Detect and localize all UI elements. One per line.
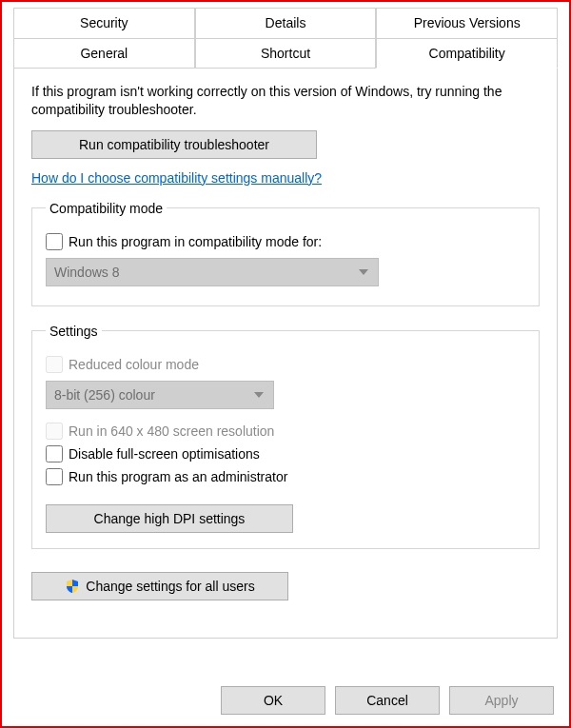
chevron-down-icon: [254, 392, 264, 398]
reduced-colour-checkbox: [46, 356, 63, 373]
disable-fullscreen-row[interactable]: Disable full-screen optimisations: [46, 445, 525, 462]
compatibility-panel: If this program isn't working correctly …: [13, 68, 558, 639]
dialog-button-bar: OK Cancel Apply: [221, 686, 554, 715]
tab-details[interactable]: Details: [195, 8, 377, 38]
settings-legend: Settings: [46, 324, 102, 339]
compat-mode-checkbox[interactable]: [46, 233, 63, 250]
cancel-button[interactable]: Cancel: [335, 686, 440, 715]
help-link[interactable]: How do I choose compatibility settings m…: [31, 170, 322, 186]
tab-compatibility[interactable]: Compatibility: [376, 38, 558, 69]
run-as-admin-row[interactable]: Run this program as an administrator: [46, 468, 525, 485]
run-as-admin-checkbox[interactable]: [46, 468, 63, 485]
tab-previous-versions[interactable]: Previous Versions: [376, 8, 558, 38]
tab-general[interactable]: General: [13, 38, 195, 69]
run-as-admin-label: Run this program as an administrator: [69, 469, 287, 484]
apply-button: Apply: [449, 686, 554, 715]
low-res-checkbox: [46, 423, 63, 440]
compat-mode-dropdown[interactable]: Windows 8: [46, 258, 379, 286]
low-res-label: Run in 640 x 480 screen resolution: [69, 423, 274, 439]
compat-mode-dropdown-value: Windows 8: [54, 265, 119, 280]
compat-mode-checkbox-label: Run this program in compatibility mode f…: [69, 234, 322, 249]
reduced-colour-row: Reduced colour mode: [46, 356, 525, 373]
reduced-colour-label: Reduced colour mode: [69, 357, 199, 372]
disable-fullscreen-checkbox[interactable]: [46, 445, 63, 462]
ok-button[interactable]: OK: [221, 686, 325, 715]
compat-mode-checkbox-row[interactable]: Run this program in compatibility mode f…: [46, 233, 525, 250]
shield-icon: [65, 579, 80, 594]
run-troubleshooter-button[interactable]: Run compatibility troubleshooter: [31, 130, 317, 159]
tab-row-1: Security Details Previous Versions: [13, 8, 558, 38]
compatibility-mode-legend: Compatibility mode: [46, 201, 167, 216]
chevron-down-icon: [359, 269, 368, 275]
low-res-row: Run in 640 x 480 screen resolution: [46, 423, 525, 440]
change-dpi-button[interactable]: Change high DPI settings: [46, 504, 293, 533]
colour-depth-dropdown: 8-bit (256) colour: [46, 381, 274, 409]
properties-dialog: Security Details Previous Versions Gener…: [0, 0, 571, 728]
intro-text: If this program isn't working correctly …: [31, 83, 540, 119]
settings-group: Settings Reduced colour mode 8-bit (256)…: [31, 324, 540, 549]
change-settings-all-users-label: Change settings for all users: [86, 579, 254, 594]
tab-shortcut[interactable]: Shortcut: [195, 38, 377, 69]
change-settings-all-users-button[interactable]: Change settings for all users: [31, 572, 288, 600]
tab-security[interactable]: Security: [13, 8, 195, 38]
colour-depth-value: 8-bit (256) colour: [54, 387, 155, 403]
compatibility-mode-group: Compatibility mode Run this program in c…: [31, 201, 540, 306]
disable-fullscreen-label: Disable full-screen optimisations: [69, 446, 260, 462]
tab-row-2: General Shortcut Compatibility: [13, 38, 558, 69]
